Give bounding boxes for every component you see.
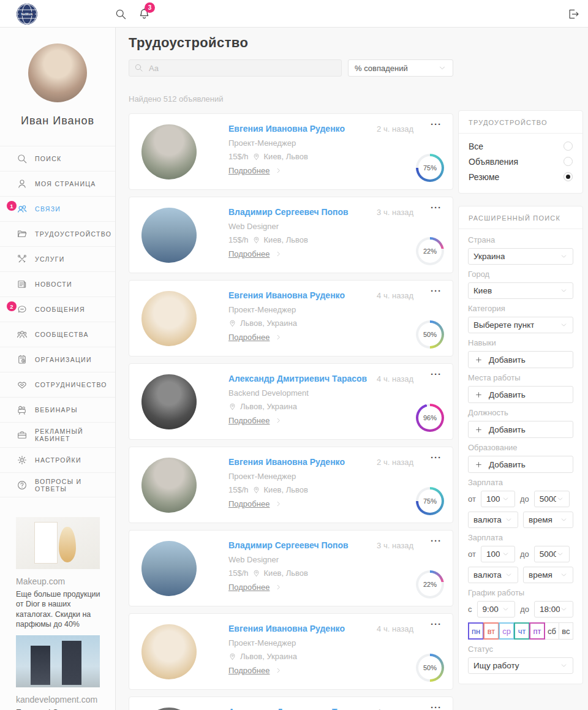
filter-type-option[interactable]: Резюме — [469, 169, 573, 184]
weekday-toggle-чт[interactable]: чт — [514, 622, 530, 640]
logout-icon[interactable] — [567, 8, 579, 20]
card-details-link[interactable]: Подробнее — [228, 166, 282, 175]
select[interactable]: 9:00 — [477, 601, 516, 617]
select[interactable]: Украина — [468, 248, 573, 265]
card-menu-dots[interactable]: ··· — [431, 369, 442, 379]
select-value: 5000 — [540, 494, 556, 504]
radio-button[interactable] — [564, 142, 573, 151]
card-name-link[interactable]: Евгения Ивановна Руденко — [228, 457, 345, 467]
chevron-down-icon — [560, 605, 568, 613]
network-logo-icon[interactable]: NetWork — [16, 3, 38, 25]
card-menu-dots[interactable]: ··· — [431, 535, 442, 546]
card-menu-dots[interactable]: ··· — [431, 702, 442, 710]
sidebar-item-communities[interactable]: СООБЩЕСТВА — [0, 322, 115, 347]
card-name-link[interactable]: Евгения Ивановна Руденко — [228, 624, 345, 633]
card-avatar[interactable] — [141, 624, 197, 679]
sidebar-item-label: СООБЩЕНИЯ — [35, 306, 85, 313]
add-button[interactable]: Добавить — [468, 386, 573, 403]
weekday-toggle-пт[interactable]: пт — [529, 622, 545, 640]
card-name-link[interactable]: Владимир Сергеевеч Попов — [228, 540, 349, 550]
add-button[interactable]: Добавить — [468, 351, 573, 368]
select[interactable]: 100 — [481, 546, 515, 562]
sidebar-item-messages[interactable]: 2СООБЩЕНИЯ — [0, 296, 115, 322]
sidebar-item-organizations[interactable]: ОРГАНИЗАЦИИ — [0, 347, 115, 372]
add-button[interactable]: Добавить — [468, 421, 573, 438]
sidebar-item-search[interactable]: ПОИСК — [0, 146, 115, 171]
radio-label: Все — [469, 142, 483, 151]
plus-icon — [475, 391, 483, 399]
card-name-link[interactable]: Владимир Сергеевеч Попов — [228, 207, 349, 217]
card-name-link[interactable]: Александр Дмитриевич Тарасов — [228, 374, 367, 383]
sidebar-item-faq[interactable]: ВОПРОСЫ И ОТВЕТЫ — [0, 472, 115, 497]
sidebar-item-cooperation[interactable]: СОТРУДНИЧЕСТВО — [0, 372, 115, 397]
plus-icon — [475, 356, 483, 364]
card-name-link[interactable]: Евгения Ивановна Руденко — [228, 124, 345, 134]
job-card: Александр Дмитриевич ТарасовBackend Deve… — [129, 363, 453, 440]
select[interactable]: 100 — [481, 491, 515, 507]
card-name-link[interactable]: Евгения Ивановна Руденко — [228, 290, 345, 300]
weekday-toggle-вт[interactable]: вт — [483, 622, 499, 640]
card-avatar[interactable] — [141, 541, 197, 596]
topbar-search-icon[interactable] — [115, 8, 127, 20]
ad-site-link[interactable]: kandevelopment.com — [16, 695, 102, 704]
card-avatar[interactable] — [141, 124, 197, 179]
match-percent: 75% — [416, 487, 444, 515]
card-details-link[interactable]: Подробнее — [228, 666, 282, 675]
select[interactable]: 18:00 — [534, 601, 573, 617]
sidebar-menu: ПОИСКМОЯ СТРАНИЦА1СВЯЗИТРУДОУСТРОЙСТВОУС… — [0, 146, 115, 497]
card-menu-dots[interactable]: ··· — [431, 619, 442, 629]
select[interactable]: 5000 — [534, 546, 570, 562]
sidebar-item-connections[interactable]: 1СВЯЗИ — [0, 196, 115, 221]
card-menu-dots[interactable]: ··· — [431, 285, 442, 296]
weekday-toggle-ср[interactable]: ср — [499, 622, 514, 640]
card-details-link[interactable]: Подробнее — [228, 333, 282, 342]
card-location: Львов, Украина — [240, 652, 297, 661]
select[interactable]: время — [523, 567, 573, 583]
filter-type-option[interactable]: Объявления — [469, 154, 573, 169]
profile-avatar[interactable] — [28, 43, 87, 102]
radio-button[interactable] — [564, 172, 573, 181]
ad-site-link[interactable]: Makeup.com — [16, 576, 102, 586]
sidebar-item-webinars[interactable]: ВЕБИНАРЫ — [0, 397, 115, 422]
weekday-toggle-сб[interactable]: сб — [545, 622, 559, 640]
match-percent: 50% — [416, 320, 444, 349]
weekday-toggle-вс[interactable]: вс — [559, 622, 573, 640]
radio-button[interactable] — [564, 157, 573, 166]
perfume-ad-image[interactable] — [16, 517, 100, 569]
card-menu-dots[interactable]: ··· — [431, 452, 442, 463]
select[interactable]: Киев — [468, 282, 573, 299]
card-details-link[interactable]: Подробнее — [228, 583, 282, 592]
select[interactable]: валюта — [468, 512, 518, 528]
card-avatar[interactable] — [141, 374, 197, 429]
weekday-toggle-пн[interactable]: пн — [468, 622, 484, 640]
card-avatar[interactable] — [141, 208, 197, 263]
sidebar-item-news[interactable]: НОВОСТИ — [0, 271, 115, 296]
sidebar-item-settings[interactable]: НАСТРОЙКИ — [0, 447, 115, 472]
sidebar-item-services[interactable]: УСЛУГИ — [0, 246, 115, 271]
folder-icon — [17, 228, 28, 240]
card-avatar[interactable] — [141, 708, 197, 710]
card-avatar[interactable] — [141, 291, 197, 346]
page-title: Трудоустройство — [129, 35, 453, 51]
field-label: Категория — [468, 304, 573, 313]
filter-type-option[interactable]: Все — [469, 138, 573, 154]
select[interactable]: 5000 — [534, 491, 570, 507]
sidebar-item-employment[interactable]: ТРУДОУСТРОЙСТВО — [0, 221, 115, 246]
search-input[interactable] — [129, 59, 342, 77]
card-details-link[interactable]: Подробнее — [228, 249, 282, 259]
card-menu-dots[interactable]: ··· — [431, 202, 442, 213]
sidebar-item-my-page[interactable]: МОЯ СТРАНИЦА — [0, 171, 115, 196]
sidebar-item-ad-cabinet[interactable]: РЕКЛАМНЫЙ КАБИНЕТ — [0, 422, 115, 447]
select[interactable]: валюта — [468, 567, 518, 583]
card-details-link[interactable]: Подробнее — [228, 416, 282, 425]
card-name-link[interactable]: Александр Дмитриевич Тарасов — [228, 707, 367, 710]
card-details-link[interactable]: Подробнее — [228, 499, 282, 508]
select[interactable]: Ищу работу — [468, 657, 573, 674]
card-menu-dots[interactable]: ··· — [431, 119, 442, 129]
select[interactable]: Выберете пункт — [468, 317, 573, 333]
card-avatar[interactable] — [141, 458, 197, 513]
buildings-ad-image[interactable] — [16, 635, 100, 687]
add-button[interactable]: Добавить — [468, 456, 573, 473]
select[interactable]: время — [523, 512, 573, 528]
match-sort-select[interactable]: % совпадений — [348, 59, 453, 77]
